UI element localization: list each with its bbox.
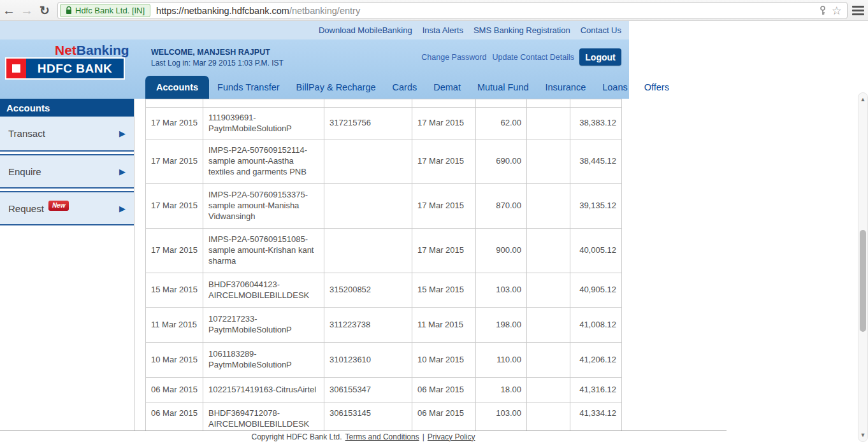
- cell-value-date: 17 Mar 2015: [412, 108, 476, 139]
- table-row: 06 Mar 2015BHDF3694712078-AIRCELMOBILEBI…: [146, 403, 622, 434]
- cell-value-date: 17 Mar 2015: [412, 184, 476, 229]
- privacy-link[interactable]: Privacy Policy: [428, 432, 475, 441]
- hdfc-bank-logo: HDFC BANK: [5, 57, 125, 80]
- cell-deposit: [527, 229, 570, 273]
- new-badge: New: [48, 201, 69, 211]
- url-text: https://netbanking.hdfcbank.com/netbanki…: [156, 6, 360, 16]
- tab-offers[interactable]: Offers: [636, 76, 677, 99]
- cell-narration: IMPS-P2A-507609152114-sample amount-Aast…: [203, 139, 324, 184]
- header-links: Change Password Update Contact Details: [421, 53, 574, 62]
- cell-ref: 310123610: [324, 343, 412, 378]
- cell-narration: 10221571419163-CitrusAirtel: [203, 378, 324, 403]
- sidebar-item-request[interactable]: RequestNew▶: [0, 191, 134, 225]
- table-row: 15 Mar 2015BHDF3706044123-AIRCELMOBILEBI…: [146, 273, 622, 308]
- sidebar-item-label: Enquire: [8, 166, 41, 177]
- cell-narration: IMPS-P2A-507609151085-sample amount-Kris…: [203, 229, 324, 273]
- screen: ← → ↻ Hdfc Bank Ltd. [IN] https://netban…: [0, 0, 868, 442]
- logout-button[interactable]: Logout: [579, 48, 621, 66]
- cell-balance: 40,005.12: [570, 229, 622, 273]
- cell-withdrawal: 18.00: [476, 378, 527, 403]
- cell-withdrawal: 110.00: [476, 343, 527, 378]
- toplink-contact-us[interactable]: Contact Us: [581, 25, 621, 35]
- cell-narration: 1072217233-PaytmMobileSolutionP: [203, 308, 324, 343]
- sidebar-title: Accounts: [0, 99, 134, 117]
- header: NetBanking HDFC BANK WELCOME, MANJESH RA…: [0, 39, 629, 99]
- welcome-block: WELCOME, MANJESH RAJPUT Last Log in: Mar…: [151, 48, 284, 68]
- forward-icon: →: [18, 4, 36, 17]
- sidebar-item-enquire[interactable]: Enquire▶: [0, 154, 134, 189]
- address-bar[interactable]: Hdfc Bank Ltd. [IN] https://netbanking.h…: [57, 2, 848, 19]
- bank-name: HDFC BANK: [26, 59, 124, 78]
- browser-menu-icon[interactable]: [852, 6, 864, 17]
- cell-narration: BHDF3706044123-AIRCELMOBILEBILLDESK: [203, 273, 324, 308]
- cell-ref: 317215756: [324, 108, 412, 139]
- cell-withdrawal: 690.00: [476, 139, 527, 184]
- sidebar-menu: Transact▶Enquire▶RequestNew▶: [0, 117, 134, 228]
- scroll-down-icon[interactable]: ▼: [858, 430, 867, 440]
- sidebar-item-transact[interactable]: Transact▶: [0, 117, 134, 152]
- cell-date: 10 Mar 2015: [146, 343, 203, 378]
- cell-withdrawal: 103.00: [476, 403, 527, 434]
- table-row: 11 Mar 20151072217233-PaytmMobileSolutio…: [146, 308, 622, 343]
- cell-balance: 39,135.12: [570, 184, 622, 229]
- cell-date: 17 Mar 2015: [146, 229, 203, 273]
- cell-balance: 41,206.12: [570, 343, 622, 378]
- cell-date: 17 Mar 2015: [146, 184, 203, 229]
- site-identity-badge[interactable]: Hdfc Bank Ltd. [IN]: [60, 4, 150, 17]
- cell-date: 17 Mar 2015: [146, 139, 203, 184]
- cell-ref: [324, 184, 412, 229]
- tab-cards[interactable]: Cards: [384, 76, 426, 99]
- sidebar-divider: [134, 99, 135, 431]
- cell-narration: BHDF3694712078-AIRCELMOBILEBILLDESK: [203, 403, 324, 434]
- netbanking-logo: NetBanking: [55, 43, 129, 58]
- table-row: 17 Mar 2015IMPS-P2A-507609153375-sample …: [146, 184, 622, 229]
- scrollbar-thumb[interactable]: [860, 230, 866, 332]
- cell-deposit: [527, 273, 570, 308]
- update-contact-details-link[interactable]: Update Contact Details: [492, 53, 574, 62]
- toplink-download-mobilebanking[interactable]: Download MobileBanking: [319, 25, 412, 35]
- sidebar-item-label: Transact: [8, 128, 45, 139]
- table-row: 10 Mar 20151061183289-PaytmMobileSolutio…: [146, 343, 622, 378]
- cell-value-date: 06 Mar 2015: [412, 403, 476, 434]
- cell-deposit: [527, 139, 570, 184]
- cell-date: 11 Mar 2015: [146, 308, 203, 343]
- lock-icon: [66, 6, 72, 15]
- cell-ref: 306155347: [324, 378, 412, 403]
- cell-date: 15 Mar 2015: [146, 273, 203, 308]
- tab-loans[interactable]: Loans: [594, 76, 636, 99]
- url-domain: https://netbanking.hdfcbank.com: [156, 6, 289, 16]
- back-icon[interactable]: ←: [0, 4, 18, 17]
- toplink-sms-banking-registration[interactable]: SMS Banking Registration: [474, 25, 570, 35]
- table-row: 17 Mar 2015IMPS-P2A-507609151085-sample …: [146, 229, 622, 273]
- utility-links-bar: Download MobileBankingInsta AlertsSMS Ba…: [0, 21, 629, 39]
- toplink-insta-alerts[interactable]: Insta Alerts: [423, 25, 463, 35]
- refresh-icon[interactable]: ↻: [36, 4, 54, 17]
- tab-funds-transfer[interactable]: Funds Transfer: [209, 76, 288, 99]
- terms-link[interactable]: Terms and Conditions: [345, 432, 419, 441]
- key-icon[interactable]: [819, 6, 827, 16]
- footer-separator: |: [423, 432, 424, 441]
- cell-balance: 41,334.12: [570, 403, 622, 434]
- cell-deposit: [527, 108, 570, 139]
- table-row: 06 Mar 201510221571419163-CitrusAirtel30…: [146, 378, 622, 403]
- vertical-scrollbar[interactable]: ▲ ▼: [858, 92, 868, 442]
- tab-billpay-recharge[interactable]: BillPay & Recharge: [288, 76, 384, 99]
- cell-balance: 38,383.12: [570, 108, 622, 139]
- change-password-link[interactable]: Change Password: [421, 53, 486, 62]
- tab-mutual-fund[interactable]: Mutual Fund: [469, 76, 537, 99]
- cell-narration: 1061183289-PaytmMobileSolutionP: [203, 343, 324, 378]
- clipped-row: [146, 99, 622, 108]
- transactions-table: 17 Mar 20151119039691-PaytmMobileSolutio…: [145, 99, 622, 433]
- cell-withdrawal: 103.00: [476, 273, 527, 308]
- bookmark-star-icon[interactable]: ☆: [832, 4, 842, 18]
- tab-accounts[interactable]: Accounts: [145, 76, 209, 99]
- tab-insurance[interactable]: Insurance: [537, 76, 595, 99]
- cell-narration: IMPS-P2A-507609153375-sample amount-Mani…: [203, 184, 324, 229]
- scroll-up-icon[interactable]: ▲: [858, 94, 867, 104]
- cell-deposit: [527, 403, 570, 434]
- cell-value-date: 06 Mar 2015: [412, 378, 476, 403]
- cell-value-date: 17 Mar 2015: [412, 229, 476, 273]
- tab-demat[interactable]: Demat: [425, 76, 469, 99]
- table-row: 17 Mar 2015IMPS-P2A-507609152114-sample …: [146, 139, 622, 184]
- logo-banking-text: Banking: [76, 43, 129, 57]
